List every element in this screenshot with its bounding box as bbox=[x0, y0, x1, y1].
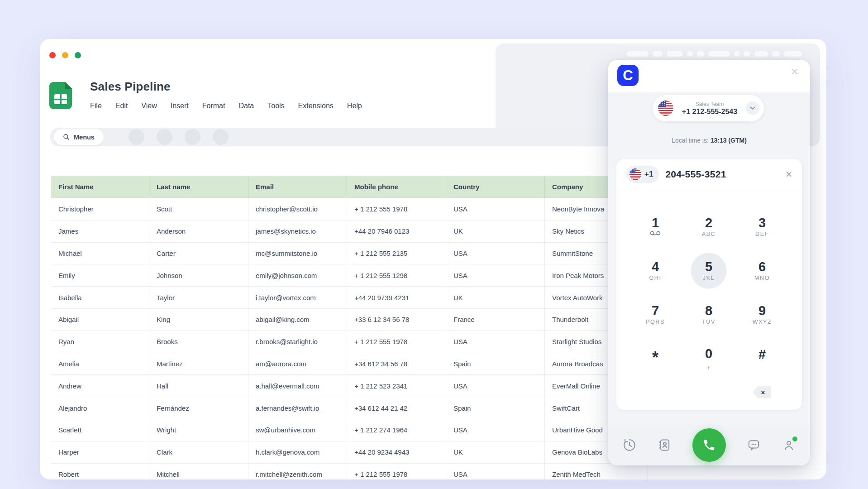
country-code-selector[interactable]: +1 bbox=[626, 166, 659, 183]
cell[interactable]: Fernández bbox=[149, 397, 248, 419]
menu-view[interactable]: View bbox=[141, 102, 157, 110]
cell[interactable]: Wright bbox=[149, 419, 248, 441]
cell[interactable]: + 1 212 555 1298 bbox=[347, 264, 446, 286]
cell[interactable]: Johnson bbox=[149, 264, 248, 286]
cell[interactable]: + 1 212 555 1978 bbox=[347, 331, 446, 353]
cell[interactable]: USA bbox=[446, 198, 544, 220]
cell[interactable]: emily@johnson.com bbox=[248, 264, 347, 286]
cell[interactable]: Alejandro bbox=[51, 397, 149, 419]
cell[interactable]: Clark bbox=[149, 441, 248, 463]
cell[interactable]: USA bbox=[446, 419, 544, 441]
close-icon[interactable]: × bbox=[791, 65, 798, 78]
cell[interactable]: USA bbox=[446, 464, 544, 479]
cell[interactable]: Scott bbox=[149, 198, 248, 220]
cell[interactable]: James bbox=[51, 221, 149, 242]
cell[interactable]: USA bbox=[446, 264, 544, 286]
backspace-button[interactable]: × bbox=[753, 386, 771, 398]
cell[interactable]: Anderson bbox=[149, 221, 248, 242]
cell[interactable]: i.taylor@vortex.com bbox=[248, 287, 347, 308]
cell[interactable]: Michael bbox=[51, 243, 149, 264]
cell[interactable]: abigail@king.com bbox=[248, 309, 347, 331]
cell[interactable]: UK bbox=[446, 221, 544, 242]
cell[interactable]: +33 6 12 34 56 78 bbox=[347, 309, 446, 331]
cell[interactable]: christopher@scott.io bbox=[248, 198, 347, 220]
cell[interactable]: Hall bbox=[149, 375, 248, 397]
menus-search-button[interactable]: Menus bbox=[54, 129, 104, 145]
cell[interactable]: UK bbox=[446, 441, 544, 463]
cell[interactable]: Zenith MedTech bbox=[544, 464, 649, 479]
cell[interactable]: mc@summitstone.io bbox=[248, 243, 347, 264]
key-8[interactable]: 8TUV bbox=[682, 292, 735, 336]
chevron-down-icon[interactable] bbox=[746, 101, 759, 115]
menu-format[interactable]: Format bbox=[202, 102, 225, 110]
cell[interactable]: a.fernandes@swift.io bbox=[248, 397, 347, 419]
key-5[interactable]: 5JKL bbox=[682, 249, 735, 292]
clear-number-icon[interactable]: × bbox=[786, 169, 792, 180]
cell[interactable]: USA bbox=[446, 331, 544, 353]
cell[interactable]: a.hall@evermall.com bbox=[248, 375, 347, 397]
cell[interactable]: France bbox=[446, 309, 544, 331]
key-6[interactable]: 6MNO bbox=[735, 249, 789, 292]
dialed-number-input[interactable]: 204-555-3521 bbox=[665, 169, 779, 180]
cell[interactable]: am@aurora.com bbox=[248, 353, 347, 375]
minimize-window-button[interactable] bbox=[62, 52, 68, 58]
cell[interactable]: Christopher bbox=[51, 198, 149, 220]
menu-edit[interactable]: Edit bbox=[115, 102, 128, 110]
messages-button[interactable] bbox=[746, 437, 761, 453]
cell[interactable]: Amelia bbox=[51, 353, 149, 375]
cell[interactable]: james@skynetics.io bbox=[248, 221, 347, 242]
cell[interactable]: +44 20 9234 4943 bbox=[347, 441, 446, 463]
cell[interactable]: + 1 212 274 1964 bbox=[347, 419, 446, 441]
key-0[interactable]: 0+ bbox=[682, 336, 735, 380]
key-7[interactable]: 7PQRS bbox=[629, 292, 682, 336]
cell[interactable]: Brooks bbox=[149, 331, 248, 353]
cell[interactable]: Mitchell bbox=[149, 464, 248, 479]
cell[interactable]: + 1 212 555 2135 bbox=[347, 243, 446, 264]
agent-status-button[interactable] bbox=[781, 437, 796, 453]
cell[interactable]: + 1 212 555 1978 bbox=[347, 198, 446, 220]
key-9[interactable]: 9WXYZ bbox=[735, 292, 789, 336]
menu-data[interactable]: Data bbox=[238, 102, 254, 110]
menu-insert[interactable]: Insert bbox=[171, 102, 189, 110]
call-button[interactable] bbox=[692, 428, 726, 462]
call-history-button[interactable] bbox=[622, 437, 637, 453]
cell[interactable]: Isabella bbox=[51, 287, 149, 308]
cell[interactable]: Taylor bbox=[149, 287, 248, 308]
key-4[interactable]: 4GHI bbox=[629, 249, 682, 292]
cell[interactable]: USA bbox=[446, 243, 544, 264]
cell[interactable]: King bbox=[149, 309, 248, 331]
cell[interactable]: +34 612 34 56 78 bbox=[347, 353, 446, 375]
cell[interactable]: Scarlett bbox=[51, 419, 149, 441]
key-pound[interactable]: # bbox=[735, 336, 789, 380]
cell[interactable]: Abigail bbox=[51, 309, 149, 331]
cell[interactable]: +34 612 44 21 42 bbox=[347, 397, 446, 419]
key-1[interactable]: 1 bbox=[629, 205, 682, 249]
cell[interactable]: Ryan bbox=[51, 331, 149, 353]
outbound-number-selector[interactable]: Sales Team +1 212-555-2543 bbox=[653, 95, 764, 121]
maximize-window-button[interactable] bbox=[75, 52, 81, 58]
menu-extensions[interactable]: Extensions bbox=[298, 102, 334, 110]
key-3[interactable]: 3DEF bbox=[735, 205, 789, 249]
cell[interactable]: + 1 212 523 2341 bbox=[347, 375, 446, 397]
cell[interactable]: +44 20 7946 0123 bbox=[347, 221, 446, 242]
key-2[interactable]: 2ABC bbox=[682, 205, 735, 249]
contacts-button[interactable] bbox=[657, 437, 672, 453]
cell[interactable]: USA bbox=[446, 375, 544, 397]
menu-help[interactable]: Help bbox=[347, 102, 362, 110]
menu-file[interactable]: File bbox=[90, 102, 102, 110]
cell[interactable]: Robert bbox=[51, 464, 149, 479]
close-window-button[interactable] bbox=[49, 52, 56, 58]
cell[interactable]: h.clark@genova.com bbox=[248, 441, 347, 463]
cell[interactable]: Spain bbox=[446, 397, 544, 419]
cell[interactable]: Emily bbox=[51, 264, 149, 286]
cell[interactable]: r.brooks@starlight.io bbox=[248, 331, 347, 353]
cell[interactable]: + 1 212 555 1978 bbox=[347, 464, 446, 479]
cell[interactable]: Harper bbox=[51, 441, 149, 463]
menu-tools[interactable]: Tools bbox=[267, 102, 284, 110]
key-star[interactable]: * bbox=[629, 336, 682, 380]
cell[interactable]: Spain bbox=[446, 353, 544, 375]
cell[interactable]: sw@urbanhive.com bbox=[248, 419, 347, 441]
cell[interactable]: Martinez bbox=[149, 353, 248, 375]
cell[interactable]: Andrew bbox=[51, 375, 149, 397]
cell[interactable]: UK bbox=[446, 287, 544, 308]
